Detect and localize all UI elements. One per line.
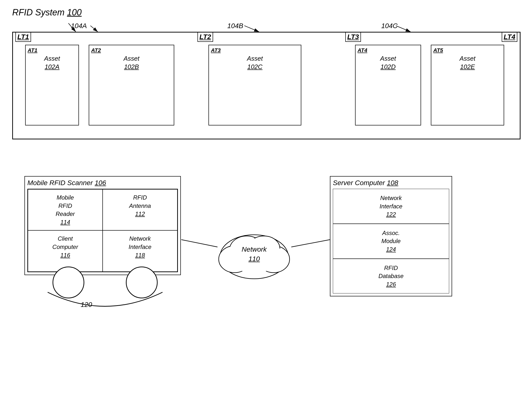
server-title-number: 108	[387, 179, 398, 187]
server-title: Server Computer 108	[333, 179, 449, 187]
network-number-text: 110	[249, 255, 260, 263]
wheel-right	[126, 267, 158, 298]
scanner-title: Mobile RFID Scanner 106	[27, 179, 178, 187]
svg-line-2	[90, 26, 98, 32]
svg-line-12	[291, 240, 330, 247]
network-interface-118-cell: NetworkInterface118	[103, 230, 177, 271]
asset-102b-name: Asset102B	[123, 55, 139, 71]
diagram-container: RFID System 100 104A 104B 104C LT1 LT2 L…	[0, 0, 532, 403]
asset-102b-box: AT2 Asset102B	[89, 45, 174, 125]
svg-line-11	[181, 240, 217, 247]
rfid-system-label: RFID System 100	[12, 7, 82, 18]
asset-102a-box: AT1 Asset102A	[25, 45, 79, 125]
lt1-label: LT1	[15, 32, 31, 42]
loc-label-104c: 104C	[381, 22, 398, 30]
network-name-text: Network	[242, 246, 267, 253]
at3-tag: AT3	[211, 47, 221, 54]
asset-102c-box: AT3 Asset102C	[208, 45, 301, 125]
lt2-label: LT2	[197, 32, 213, 42]
asset-102c-name: Asset102C	[247, 55, 263, 71]
server-outer-box: Server Computer 108 NetworkInterface122 …	[330, 176, 452, 296]
loc-label-104a: 104A	[71, 22, 87, 30]
asset-102e-name: Asset102E	[459, 55, 475, 71]
svg-line-4	[396, 26, 411, 32]
scanner-grid: MobileRFIDReader114 RFIDAntenna112 Clien…	[27, 189, 178, 272]
asset-102d-box: AT4 Asset102D	[355, 45, 421, 125]
at5-tag: AT5	[433, 47, 443, 54]
lt3-label: LT3	[345, 32, 361, 42]
server-title-text: Server Computer	[333, 179, 385, 187]
network-label: Network110	[222, 245, 286, 264]
assoc-module-cell: Assoc.Module124	[333, 224, 449, 259]
network-interface-122-cell: NetworkInterface122	[333, 189, 449, 224]
scanner-title-number: 106	[95, 179, 106, 187]
svg-line-3	[244, 26, 259, 32]
rfid-database-cell: RFIDDatabase126	[333, 259, 449, 294]
loc-label-104b: 104B	[227, 22, 243, 30]
asset-102a-name: Asset102A	[44, 55, 60, 71]
asset-102e-box: AT5 Asset102E	[431, 45, 504, 125]
wheel-label: 120	[81, 301, 92, 309]
asset-102d-name: Asset102D	[380, 55, 396, 71]
scanner-outer-box: Mobile RFID Scanner 106 MobileRFIDReader…	[24, 176, 181, 275]
mobile-rfid-reader-cell: MobileRFIDReader114	[28, 189, 103, 230]
at4-tag: AT4	[358, 47, 367, 54]
system-number: 100	[67, 7, 82, 17]
scanner-title-text: Mobile RFID Scanner	[27, 179, 93, 187]
at1-tag: AT1	[28, 47, 37, 54]
at2-tag: AT2	[91, 47, 101, 54]
client-computer-cell: ClientComputer116	[28, 230, 103, 271]
system-title-text: RFID System	[12, 7, 65, 17]
rfid-antenna-cell: RFIDAntenna112	[103, 189, 177, 230]
wheels-container	[32, 267, 178, 298]
rack-box: LT1 LT2 LT3 LT4 AT1 Asset102A AT2 Asset1…	[12, 32, 521, 139]
lt4-label: LT4	[502, 32, 517, 42]
wheel-left	[53, 267, 84, 298]
